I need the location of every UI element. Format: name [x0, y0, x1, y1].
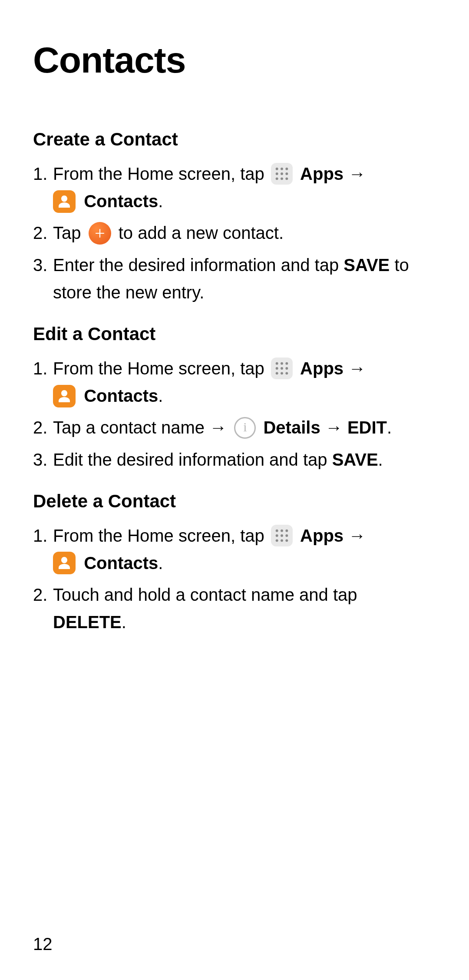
step-text: Tap — [53, 223, 86, 242]
svg-point-11 — [285, 362, 288, 365]
apps-label: Apps — [300, 526, 343, 545]
page-title: Contacts — [33, 39, 436, 81]
svg-point-3 — [276, 172, 278, 175]
create-steps: From the Home screen, tap Apps → Contact… — [33, 160, 436, 306]
page-number: 12 — [33, 934, 53, 954]
edit-steps: From the Home screen, tap Apps → Contact… — [33, 355, 436, 473]
svg-point-9 — [276, 362, 278, 365]
arrow-icon: → — [348, 526, 366, 545]
details-label: Details — [263, 418, 320, 437]
svg-point-22 — [281, 534, 283, 537]
period: . — [158, 192, 163, 211]
svg-point-19 — [281, 530, 283, 532]
list-item: Touch and hold a contact name and tap DE… — [33, 581, 436, 636]
period: . — [378, 450, 383, 469]
arrow-icon: → — [325, 418, 343, 437]
list-item: From the Home screen, tap Apps → Contact… — [33, 355, 436, 410]
delete-steps: From the Home screen, tap Apps → Contact… — [33, 522, 436, 636]
svg-point-5 — [285, 172, 288, 175]
contacts-label: Contacts — [84, 553, 158, 573]
contacts-icon — [53, 385, 76, 407]
svg-point-17 — [285, 372, 288, 375]
step-text: Enter the desired information and tap — [53, 255, 343, 275]
svg-point-8 — [285, 178, 288, 180]
section-delete-heading: Delete a Contact — [33, 491, 436, 512]
svg-point-26 — [285, 540, 288, 542]
list-item: Enter the desired information and tap SA… — [33, 252, 436, 306]
step-text: From the Home screen, tap — [53, 526, 269, 545]
period: . — [158, 553, 163, 573]
delete-label: DELETE — [53, 612, 122, 632]
plus-icon — [89, 222, 111, 245]
arrow-icon: → — [348, 359, 366, 378]
svg-point-13 — [281, 367, 283, 370]
arrow-icon: → — [209, 418, 227, 437]
contacts-label: Contacts — [84, 192, 158, 211]
svg-point-6 — [276, 178, 278, 180]
period: . — [122, 612, 126, 632]
period: . — [158, 386, 163, 405]
list-item: From the Home screen, tap Apps → Contact… — [33, 522, 436, 577]
contacts-icon — [53, 190, 76, 213]
save-label: SAVE — [343, 255, 390, 275]
list-item: Edit the desired information and tap SAV… — [33, 446, 436, 473]
svg-point-15 — [276, 372, 278, 375]
svg-point-23 — [285, 534, 288, 537]
svg-point-24 — [276, 540, 278, 542]
contacts-icon — [53, 552, 76, 574]
svg-point-7 — [281, 178, 283, 180]
svg-point-10 — [281, 362, 283, 365]
apps-icon — [271, 358, 293, 379]
info-icon: i — [234, 417, 256, 439]
apps-label: Apps — [300, 359, 343, 378]
step-text: From the Home screen, tap — [53, 164, 269, 183]
contacts-label: Contacts — [84, 386, 158, 405]
svg-point-2 — [285, 168, 288, 170]
svg-point-16 — [281, 372, 283, 375]
svg-point-21 — [276, 534, 278, 537]
list-item: Tap to add a new contact. — [33, 219, 436, 247]
apps-icon — [271, 525, 293, 546]
svg-point-12 — [276, 367, 278, 370]
step-text: Tap a contact name — [53, 418, 209, 437]
svg-point-1 — [281, 168, 283, 170]
svg-point-4 — [281, 172, 283, 175]
apps-icon — [271, 163, 293, 185]
step-text: Touch and hold a contact name and tap — [53, 585, 357, 604]
period: . — [387, 418, 392, 437]
section-edit-heading: Edit a Contact — [33, 324, 436, 344]
svg-point-20 — [285, 530, 288, 532]
svg-point-18 — [276, 530, 278, 532]
list-item: From the Home screen, tap Apps → Contact… — [33, 160, 436, 215]
apps-label: Apps — [300, 164, 343, 183]
svg-point-14 — [285, 367, 288, 370]
step-text: From the Home screen, tap — [53, 359, 269, 378]
save-label: SAVE — [332, 450, 378, 469]
svg-point-25 — [281, 540, 283, 542]
svg-point-0 — [276, 168, 278, 170]
edit-label: EDIT — [347, 418, 387, 437]
list-item: Tap a contact name → i Details → EDIT. — [33, 414, 436, 441]
step-text: to add a new contact. — [119, 223, 284, 242]
section-create-heading: Create a Contact — [33, 129, 436, 150]
arrow-icon: → — [348, 164, 366, 183]
step-text: Edit the desired information and tap — [53, 450, 332, 469]
